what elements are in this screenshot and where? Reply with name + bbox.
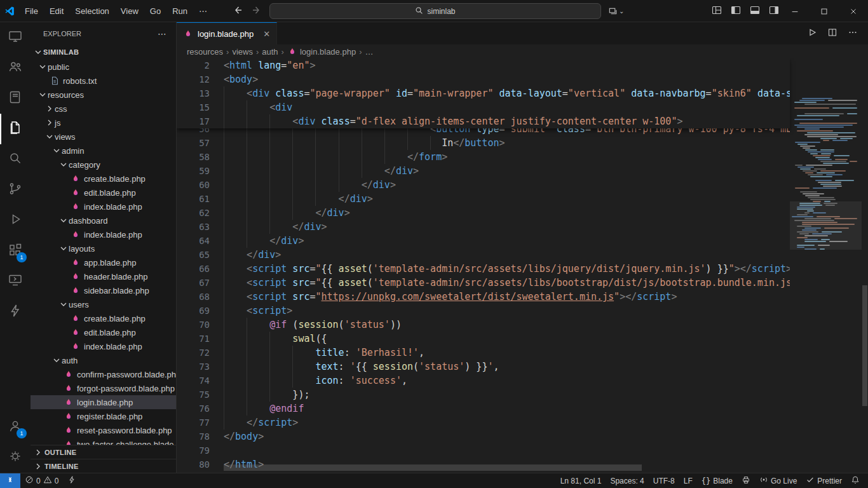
file-create.blade.php[interactable]: create.blade.php	[31, 172, 176, 186]
code-line-67[interactable]: 67<script src="{{ asset('template-admin/…	[177, 276, 868, 290]
menu-selection[interactable]: Selection	[69, 0, 114, 22]
activity-live-share-button[interactable]	[0, 53, 31, 83]
activity-search-button[interactable]	[0, 144, 31, 175]
close-button[interactable]	[839, 0, 868, 22]
file-header.blade.php[interactable]: header.blade.php	[31, 269, 176, 283]
code-line-17[interactable]: 17<div class="d-flex align-items-center …	[177, 114, 790, 128]
more-actions-icon[interactable]	[848, 27, 858, 40]
status-printer[interactable]	[737, 473, 755, 488]
toggle-panel-icon[interactable]	[750, 5, 760, 18]
sticky-scroll[interactable]: 2<html lang="en">12<body>13<div class="p…	[177, 58, 790, 128]
horizontal-scrollbar[interactable]	[224, 464, 790, 471]
activity-extensions-button[interactable]: 1	[0, 236, 31, 266]
status-language-mode[interactable]: {}Blade	[697, 473, 737, 488]
file-edit.blade.php[interactable]: edit.blade.php	[31, 325, 176, 339]
project-root-folder[interactable]: SIMINLAB	[31, 44, 176, 60]
toggle-secondary-sidebar-icon[interactable]	[769, 5, 779, 18]
file-app.blade.php[interactable]: app.blade.php	[31, 255, 176, 269]
menu-file[interactable]: File	[19, 0, 44, 22]
code-line-76[interactable]: 76@endif	[177, 402, 868, 416]
forward-arrow-icon[interactable]	[252, 5, 262, 18]
activity-run-and-debug-button[interactable]	[0, 205, 31, 236]
breadcrumb-item-views[interactable]: views	[232, 47, 253, 57]
views-and-more-actions-button[interactable]: ⋯	[158, 29, 167, 39]
folder-auth[interactable]: auth	[31, 353, 176, 367]
file-create.blade.php[interactable]: create.blade.php	[31, 311, 176, 325]
folder-category[interactable]: category	[31, 158, 176, 172]
code-editor[interactable]: 56<button type="submit" class="btn btn-p…	[177, 58, 868, 473]
minimize-button[interactable]	[780, 0, 810, 22]
status-notifications[interactable]	[846, 473, 864, 488]
code-line-68[interactable]: 68<script src="https://unpkg.com/sweetal…	[177, 290, 868, 304]
problems-indicator[interactable]: 0 0	[20, 473, 63, 488]
remote-indicator[interactable]	[0, 473, 20, 488]
activity-explorer-button[interactable]	[0, 114, 31, 144]
thunder-status-item[interactable]	[63, 473, 81, 488]
code-line-69[interactable]: 69<script>	[177, 304, 868, 318]
file-index.blade.php[interactable]: index.blade.php	[31, 227, 176, 241]
code-line-78[interactable]: 78</body>	[177, 430, 868, 444]
file-index.blade.php[interactable]: index.blade.php	[31, 339, 176, 353]
run-file-icon[interactable]	[807, 27, 817, 40]
code-line-75[interactable]: 75});	[177, 388, 868, 402]
code-line-59[interactable]: 59</div>	[177, 164, 868, 178]
code-line-65[interactable]: 65</div>	[177, 248, 868, 262]
activity-source-control-button[interactable]	[0, 175, 31, 205]
toggle-sidebar-icon[interactable]	[731, 5, 741, 18]
file-reset-password.blade.php[interactable]: reset-password.blade.php	[31, 423, 176, 437]
menu-run[interactable]: Run	[166, 0, 193, 22]
folder-admin[interactable]: admin	[31, 144, 176, 158]
activity-accounts-button[interactable]: 1	[0, 412, 31, 442]
code-line-15[interactable]: 15<div	[177, 100, 790, 114]
back-arrow-icon[interactable]	[233, 5, 243, 18]
code-line-13[interactable]: 13<div class="page-wrapper" id="main-wra…	[177, 86, 790, 100]
activity-remote-explorer-button[interactable]	[0, 266, 31, 297]
folder-resources[interactable]: resources	[31, 88, 176, 102]
command-center-search[interactable]: siminlab	[269, 3, 601, 19]
status-go-live[interactable]: Go Live	[755, 473, 801, 488]
minimap[interactable]	[790, 95, 862, 473]
code-line-72[interactable]: 72title: 'Berhasil!',	[177, 346, 868, 360]
status-cursor-position[interactable]: Ln 81, Col 1	[556, 473, 606, 488]
file-register.blade.php[interactable]: register.blade.php	[31, 409, 176, 423]
code-line-64[interactable]: 64</div>	[177, 234, 868, 248]
folder-views[interactable]: views	[31, 130, 176, 144]
code-line-12[interactable]: 12<body>	[177, 72, 790, 86]
code-line-71[interactable]: 71swal({	[177, 332, 868, 346]
menu-edit[interactable]: Edit	[44, 0, 69, 22]
code-line-77[interactable]: 77</script>	[177, 416, 868, 430]
file-edit.blade.php[interactable]: edit.blade.php	[31, 186, 176, 200]
folder-js[interactable]: js	[31, 116, 176, 130]
file-login.blade.php[interactable]: login.blade.php	[31, 395, 176, 409]
code-line-57[interactable]: 57In</button>	[177, 136, 868, 150]
breadcrumb-item-resources[interactable]: resources	[187, 47, 223, 57]
activity-docs-button[interactable]	[0, 83, 31, 114]
code-line-61[interactable]: 61</div>	[177, 192, 868, 206]
file-two-factor-challenge.blade.php[interactable]: two-factor-challenge.blade.php	[31, 437, 176, 445]
breadcrumb-item-auth[interactable]: auth	[262, 47, 278, 57]
status-prettier[interactable]: Prettier	[801, 473, 846, 488]
maximize-button[interactable]	[810, 0, 839, 22]
code-line-79[interactable]: 79	[177, 444, 868, 458]
code-line-70[interactable]: 70@if (session('status'))	[177, 318, 868, 332]
customize-layout-icon[interactable]	[712, 5, 722, 18]
folder-dashboard[interactable]: dashboard	[31, 214, 176, 227]
code-line-62[interactable]: 62</div>	[177, 206, 868, 220]
file-index.blade.php[interactable]: index.blade.php	[31, 200, 176, 214]
file-sidebar.blade.php[interactable]: sidebar.blade.php	[31, 283, 176, 297]
section-outline[interactable]: OUTLINE	[31, 445, 176, 459]
breadcrumb-item-symbol[interactable]: …	[365, 47, 373, 57]
folder-css[interactable]: css	[31, 102, 176, 116]
tab-login-blade[interactable]: login.blade.php ✕	[177, 22, 277, 44]
folder-users[interactable]: users	[31, 297, 176, 311]
menu-more[interactable]: ⋯	[193, 0, 213, 22]
code-line-73[interactable]: 73text: '{{ session('status') }}',	[177, 360, 868, 374]
status-encoding[interactable]: UTF-8	[649, 473, 679, 488]
status-eol[interactable]: LF	[679, 473, 697, 488]
activity-thunder-client-button[interactable]	[0, 297, 31, 327]
menu-view[interactable]: View	[115, 0, 144, 22]
menu-go[interactable]: Go	[144, 0, 166, 22]
section-timeline[interactable]: TIMELINE	[31, 459, 176, 473]
split-editor-icon[interactable]	[827, 27, 837, 40]
code-line-58[interactable]: 58</form>	[177, 150, 868, 164]
